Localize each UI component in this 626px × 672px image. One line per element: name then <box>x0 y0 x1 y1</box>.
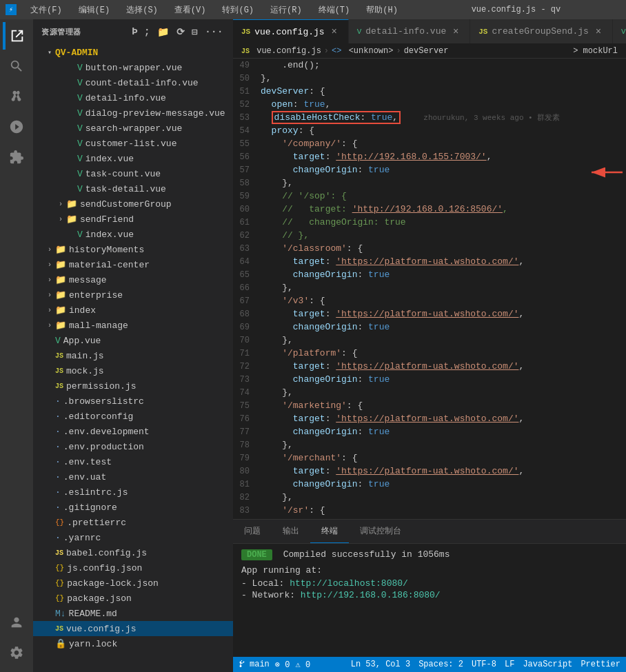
breadcrumb-segment: devServer <box>404 46 449 56</box>
activity-search[interactable] <box>3 52 30 80</box>
activity-settings[interactable] <box>3 639 30 666</box>
list-item[interactable]: › 📁 message <box>33 272 233 287</box>
menu-select[interactable]: 选择(S) <box>123 3 161 17</box>
list-item[interactable]: JS babel.config.js <box>33 545 233 560</box>
activity-explorer[interactable] <box>3 22 30 50</box>
list-item[interactable]: › 📁 index <box>33 303 233 318</box>
menu-bar[interactable]: 文件(F) 编辑(E) 选择(S) 查看(V) 转到(G) 运行(R) 终端(T… <box>28 3 401 17</box>
git-branch[interactable]: main <box>239 660 270 669</box>
file-label: .gitignore <box>63 502 228 513</box>
menu-run[interactable]: 运行(R) <box>267 3 305 17</box>
folder-icon: 📁 <box>55 289 66 301</box>
line-number: 81 <box>233 478 261 491</box>
tab-vue-config[interactable]: JS vue.config.js × <box>233 19 349 43</box>
list-item[interactable]: {} package-lock.json <box>33 576 233 591</box>
list-item[interactable]: · .env.production <box>33 439 233 454</box>
menu-view[interactable]: 查看(V) <box>172 3 209 17</box>
curly-icon: {} <box>55 594 64 602</box>
network-url[interactable]: http://192.168.0.186:8080/ <box>301 590 441 600</box>
list-item[interactable]: › 📁 sendFriend <box>33 212 233 227</box>
file-label: .env.test <box>63 457 228 467</box>
activity-source-control[interactable] <box>3 83 30 110</box>
code-table: 49 .end(); 50 }, 51 devServer: { 52 open… <box>233 59 626 519</box>
list-item[interactable]: JS permission.js <box>33 378 233 394</box>
list-item[interactable]: · .browserslistrc <box>33 394 233 409</box>
breadcrumb-unknown[interactable]: <> <unknown> <box>332 46 393 56</box>
list-item[interactable]: V search-wrapper.vue <box>33 121 233 136</box>
collapse-icon[interactable]: ⊟ <box>190 25 199 39</box>
line-number: 82 <box>233 491 261 504</box>
tab-close-button[interactable]: × <box>329 27 340 37</box>
eol[interactable]: LF <box>505 660 514 669</box>
tab-detail-info[interactable]: V detail-info.vue × <box>349 19 471 43</box>
line-number: 75 <box>233 399 261 412</box>
list-item[interactable]: · .env.development <box>33 424 233 439</box>
menu-help[interactable]: 帮助(H) <box>363 3 401 17</box>
menu-terminal[interactable]: 终端(T) <box>316 3 353 17</box>
breadcrumb-devserver[interactable]: devServer <box>404 46 449 56</box>
panel-tab-terminal[interactable]: 终端 <box>310 519 349 543</box>
tab-close-button[interactable]: × <box>593 27 604 37</box>
line-col[interactable]: Ln 53, Col 3 <box>351 660 410 669</box>
activity-account[interactable] <box>3 609 30 636</box>
list-item[interactable]: › 📁 historyMoments <box>33 242 233 257</box>
language[interactable]: JavaScript <box>523 660 572 669</box>
yarn-lock-file[interactable]: 🔒 yarn.lock <box>33 636 233 651</box>
menu-edit[interactable]: 编辑(E) <box>76 3 113 17</box>
new-file-icon[interactable]: þ ; <box>130 25 152 39</box>
list-item[interactable]: {} .prettierrc <box>33 515 233 530</box>
new-folder-icon[interactable]: 📁 <box>156 25 171 39</box>
list-item[interactable]: V detail-info.vue <box>33 90 233 105</box>
list-item[interactable]: · .yarnrc <box>33 530 233 545</box>
tab-close-button[interactable]: × <box>450 27 461 37</box>
warning-count[interactable]: ⚠ 0 <box>295 660 310 670</box>
list-item[interactable]: JS main.js <box>33 348 233 363</box>
list-item[interactable]: M↓ README.md <box>33 606 233 621</box>
folder-label: material-center <box>69 260 228 270</box>
file-label: task-count.vue <box>85 169 228 179</box>
list-item[interactable]: V task-detail.vue <box>33 181 233 196</box>
menu-file[interactable]: 文件(F) <box>28 3 65 17</box>
tab-create-group-send[interactable]: JS createGroupSend.js × <box>470 19 613 43</box>
list-item[interactable]: {} js.config.json <box>33 560 233 576</box>
breadcrumb-file[interactable]: JS vue.config.js <box>241 46 321 56</box>
panel-tab-output[interactable]: 输出 <box>272 519 310 543</box>
encoding[interactable]: UTF-8 <box>472 660 496 669</box>
list-item[interactable]: V task-count.vue <box>33 166 233 181</box>
list-item[interactable]: › 📁 material-center <box>33 257 233 272</box>
list-item[interactable]: V App.vue <box>33 333 233 348</box>
refresh-icon[interactable]: ⟳ <box>175 25 187 39</box>
list-item[interactable]: JS mock.js <box>33 363 233 378</box>
tab-task-detail[interactable]: V task-detail.vue × <box>613 19 626 43</box>
list-item[interactable]: · .editorconfig <box>33 409 233 424</box>
list-item[interactable]: › 📁 enterprise <box>33 287 233 303</box>
curly-icon: {} <box>55 579 64 587</box>
menu-goto[interactable]: 转到(G) <box>219 3 256 17</box>
prettier[interactable]: Prettier <box>580 660 620 669</box>
list-item[interactable]: · .gitignore <box>33 500 233 515</box>
more-icon[interactable]: ··· <box>203 25 225 39</box>
list-item[interactable]: › 📁 sendCustomerGroup <box>33 196 233 212</box>
list-item[interactable]: V customer-list.vue <box>33 136 233 151</box>
code-editor[interactable]: 49 .end(); 50 }, 51 devServer: { 52 open… <box>233 59 626 519</box>
list-item[interactable]: V index.vue <box>33 227 233 242</box>
list-item[interactable]: V count-detail-info.vue <box>33 75 233 90</box>
list-item[interactable]: V dialog-preview-message.vue <box>33 105 233 121</box>
activity-extensions[interactable] <box>3 143 30 171</box>
sidebar-root[interactable]: ▾ QV-ADMIN <box>33 45 233 60</box>
list-item[interactable]: V index.vue <box>33 151 233 166</box>
spaces[interactable]: Spaces: 2 <box>418 660 463 669</box>
list-item[interactable]: › 📁 mall-manage <box>33 318 233 333</box>
local-url[interactable]: http://localhost:8080/ <box>290 578 408 589</box>
list-item[interactable]: {} package.json <box>33 591 233 606</box>
error-count[interactable]: ⊗ 0 <box>275 660 290 670</box>
list-item[interactable]: · .env.test <box>33 454 233 469</box>
breadcrumb-filename: vue.config.js <box>256 46 321 56</box>
list-item[interactable]: · .eslintrc.js <box>33 485 233 500</box>
list-item[interactable]: · .env.uat <box>33 469 233 485</box>
panel-tab-problems[interactable]: 问题 <box>233 519 272 543</box>
panel-tab-debug[interactable]: 调试控制台 <box>349 519 412 543</box>
activity-run-debug[interactable] <box>3 113 30 141</box>
vue-config-file[interactable]: JS vue.config.js <box>33 621 233 636</box>
list-item[interactable]: V button-wrapper.vue <box>33 60 233 75</box>
